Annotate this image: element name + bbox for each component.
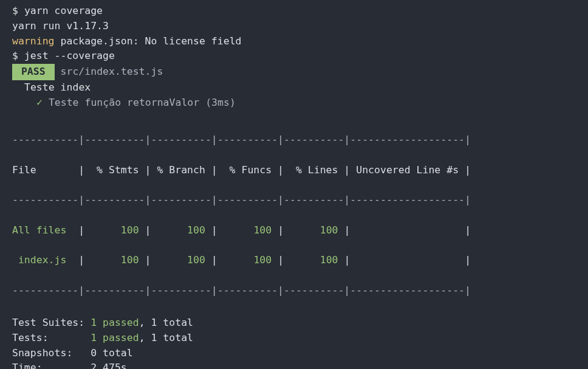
cell-lines: 100 bbox=[320, 224, 338, 236]
summary-snapshots: Snapshots: 0 total bbox=[12, 346, 576, 361]
summary-label: Snapshots: bbox=[12, 347, 91, 359]
table-row-indexjs: index.js | 100 | 100 | 100 | 100 | | bbox=[12, 253, 576, 268]
summary-value: 0 total bbox=[91, 347, 133, 359]
cell-lines: 100 bbox=[320, 254, 338, 266]
test-case-name: Teste função retornaValor (3ms) bbox=[49, 97, 236, 108]
command-line-1: $ yarn coverage bbox=[12, 4, 576, 19]
cell-sep: | bbox=[139, 254, 187, 266]
prompt-symbol: $ bbox=[12, 50, 24, 61]
summary-tests: Tests: 1 passed, 1 total bbox=[12, 331, 576, 346]
summary-test-suites: Test Suites: 1 passed, 1 total bbox=[12, 316, 576, 331]
cell-uncovered: | | bbox=[338, 254, 471, 266]
table-divider: -----------|----------|----------|------… bbox=[12, 283, 576, 298]
cell-stmts: 100 bbox=[121, 224, 139, 236]
cell-sep: | bbox=[272, 254, 320, 266]
test-suite-name: Teste index bbox=[12, 80, 576, 95]
cell-sep: | bbox=[272, 224, 320, 236]
table-divider: -----------|----------|----------|------… bbox=[12, 193, 576, 208]
cell-sep: | bbox=[205, 254, 253, 266]
summary-passed: 1 passed bbox=[91, 317, 138, 328]
summary-value: 2.475s bbox=[91, 362, 127, 369]
summary-label: Tests: bbox=[12, 332, 91, 343]
warning-label: warning bbox=[12, 35, 55, 47]
table-header-row: File | % Stmts | % Branch | % Funcs | % … bbox=[12, 163, 576, 178]
cell-funcs: 100 bbox=[253, 224, 272, 236]
cell-uncovered: | | bbox=[338, 224, 471, 236]
summary-label: Test Suites: bbox=[12, 317, 91, 328]
table-divider: -----------|----------|----------|------… bbox=[12, 133, 576, 148]
pass-badge: PASS bbox=[12, 64, 55, 80]
cell-stmts: 100 bbox=[121, 254, 139, 266]
cell-sep: | bbox=[139, 224, 187, 236]
command-text: yarn coverage bbox=[24, 5, 103, 16]
test-result-line: ✓ Teste função retornaValor (3ms) bbox=[12, 95, 576, 111]
summary-total: , 1 total bbox=[139, 332, 193, 343]
summary-time: Time: 2.475s bbox=[12, 360, 576, 369]
test-file-path: src/index.test.js bbox=[55, 66, 163, 77]
summary-total: , 1 total bbox=[139, 317, 193, 328]
cell-sep: | bbox=[66, 254, 120, 266]
coverage-table: -----------|----------|----------|------… bbox=[12, 117, 576, 313]
command-text: jest --coverage bbox=[24, 50, 115, 61]
table-row-all-files: All files | 100 | 100 | 100 | 100 | | bbox=[12, 223, 576, 238]
yarn-run-line: yarn run v1.17.3 bbox=[12, 19, 576, 34]
cell-funcs: 100 bbox=[253, 254, 272, 266]
prompt-symbol: $ bbox=[12, 5, 24, 16]
cell-file: index.js bbox=[12, 254, 66, 266]
cell-branch: 100 bbox=[187, 224, 205, 236]
cell-file: All files bbox=[12, 224, 66, 236]
summary-label: Time: bbox=[12, 362, 91, 369]
warning-message: package.json: No license field bbox=[55, 35, 242, 47]
cell-sep: | bbox=[205, 224, 253, 236]
summary-passed: 1 passed bbox=[91, 332, 138, 343]
pass-line: PASS src/index.test.js bbox=[12, 64, 576, 80]
cell-sep: | bbox=[66, 224, 120, 236]
checkmark-icon: ✓ bbox=[36, 97, 49, 108]
command-line-2: $ jest --coverage bbox=[12, 49, 576, 64]
warning-line: warning package.json: No license field bbox=[12, 34, 576, 49]
cell-branch: 100 bbox=[187, 254, 205, 266]
